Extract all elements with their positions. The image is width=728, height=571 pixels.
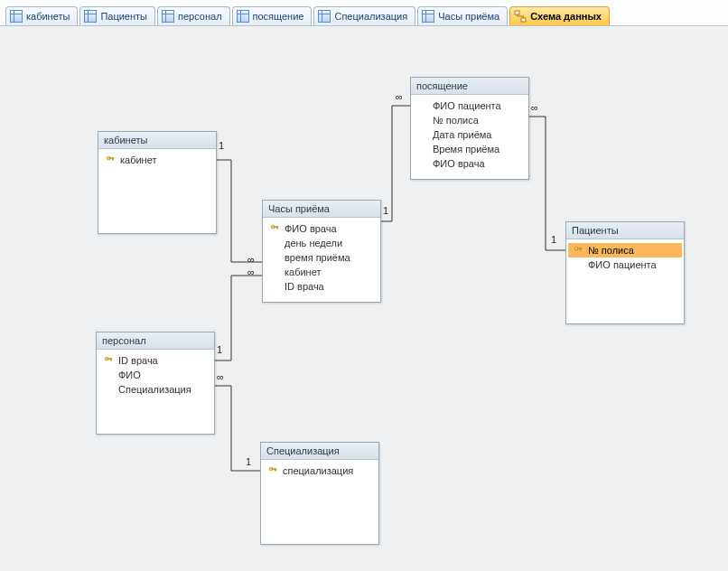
tab-label: посящение	[253, 11, 304, 22]
field-row[interactable]: ФИО	[98, 368, 212, 382]
rel-label-1: 1	[551, 234, 556, 245]
relationships-icon	[514, 10, 527, 23]
field-label: Специализация	[118, 383, 209, 396]
tab-posyashchenie[interactable]: посящение	[232, 6, 313, 25]
svg-rect-4	[113, 159, 114, 160]
tab-label: Специализация	[334, 11, 407, 22]
rel-label-inf: ∞	[531, 102, 538, 113]
tab-label: персонал	[178, 11, 222, 22]
entity-personal[interactable]: персонал ID врача ФИО Специализация	[96, 332, 215, 435]
rel-label-1: 1	[383, 205, 388, 216]
table-icon	[10, 10, 23, 23]
field-row[interactable]: Специализация	[98, 382, 212, 397]
entity-body: кабинет	[98, 149, 216, 171]
table-icon	[237, 10, 249, 23]
field-label: ФИО врача	[433, 157, 523, 170]
tab-label: Пациенты	[100, 11, 147, 22]
field-label: кабинет	[285, 266, 375, 278]
svg-rect-16	[275, 470, 276, 471]
svg-rect-0	[515, 11, 519, 14]
svg-rect-13	[111, 360, 112, 360]
field-row[interactable]: ID врача	[265, 279, 378, 294]
tab-chasy-priema[interactable]: Часы приёма	[417, 6, 508, 25]
entity-header[interactable]: Часы приёма	[263, 201, 380, 218]
tab-strip: кабинеты Пациенты персонал посящение Спе…	[0, 0, 728, 26]
field-label: ID врача	[118, 354, 209, 367]
table-icon	[422, 10, 434, 23]
field-row[interactable]: ФИО врача	[413, 156, 527, 171]
rel-label-inf: ∞	[217, 371, 224, 382]
field-label: день недели	[285, 237, 375, 249]
rel-label-1: 1	[246, 456, 251, 467]
tab-spetsializatsiya[interactable]: Специализация	[313, 6, 415, 25]
field-label: № полиса	[433, 114, 523, 126]
rel-label-inf: ∞	[396, 91, 403, 102]
entity-patsienty[interactable]: Пациенты № полиса ФИО пациента	[565, 221, 685, 324]
tab-label: Часы приёма	[438, 11, 499, 22]
field-row[interactable]: ID врача	[98, 353, 212, 368]
field-row[interactable]: № полиса	[413, 113, 527, 127]
rel-label-inf: ∞	[247, 267, 255, 277]
svg-rect-10	[581, 249, 582, 250]
entity-spetsializatsiya[interactable]: Специализация специализация	[260, 442, 379, 545]
relationships-canvas[interactable]: 1 ∞ 1 ∞ 1 ∞ 1 ∞ 1 ∞ кабинеты кабинет Час…	[0, 26, 728, 571]
entity-header[interactable]: посящение	[411, 78, 528, 95]
table-icon	[84, 10, 97, 23]
key-icon	[266, 465, 279, 476]
entity-body: ФИО пациента № полиса Дата приёма Время …	[411, 95, 528, 174]
field-label: Время приёма	[433, 143, 523, 155]
table-icon	[318, 10, 331, 23]
entity-chasy-priema[interactable]: Часы приёма ФИО врача день недели время …	[262, 200, 381, 303]
tab-kabinety[interactable]: кабинеты	[5, 6, 78, 25]
tab-personal[interactable]: персонал	[157, 6, 230, 25]
field-row[interactable]: ФИО пациента	[413, 98, 527, 113]
field-label: ФИО пациента	[433, 99, 523, 112]
field-label: Дата приёма	[433, 128, 523, 141]
tab-label: Схема данных	[530, 11, 602, 22]
field-label: ФИО	[118, 369, 209, 381]
table-icon	[162, 10, 174, 23]
svg-rect-7	[277, 228, 278, 229]
key-icon	[572, 245, 584, 256]
key-icon	[102, 355, 115, 366]
field-row[interactable]: ФИО врача	[265, 221, 378, 236]
field-label: № полиса	[588, 244, 678, 257]
svg-rect-1	[521, 18, 526, 22]
field-label: ФИО пациента	[588, 258, 678, 271]
rel-label-1: 1	[219, 140, 224, 151]
field-label: ФИО врача	[285, 222, 375, 235]
field-row[interactable]: кабинет	[265, 265, 378, 279]
entity-kabinety[interactable]: кабинеты кабинет	[98, 131, 217, 234]
entity-body: ID врача ФИО Специализация	[97, 350, 214, 400]
tab-label: кабинеты	[26, 11, 70, 22]
entity-body: № полиса ФИО пациента	[566, 239, 684, 276]
entity-header[interactable]: Пациенты	[566, 222, 684, 239]
field-row[interactable]: Время приёма	[413, 142, 527, 156]
field-label: кабинет	[120, 154, 210, 166]
field-row[interactable]: ФИО пациента	[568, 257, 682, 272]
entity-header[interactable]: персонал	[97, 332, 214, 350]
rel-label-inf: ∞	[247, 254, 255, 265]
tab-skhema-dannykh[interactable]: Схема данных	[509, 6, 610, 25]
entity-posyashchenie[interactable]: посящение ФИО пациента № полиса Дата при…	[410, 77, 529, 180]
field-row[interactable]: Дата приёма	[413, 127, 527, 142]
field-row[interactable]: специализация	[263, 463, 377, 478]
entity-header[interactable]: кабинеты	[98, 132, 216, 149]
entity-body: специализация	[261, 460, 378, 482]
key-icon	[268, 223, 281, 234]
entity-header[interactable]: Специализация	[261, 443, 378, 460]
key-icon	[104, 154, 117, 165]
tab-patsienty[interactable]: Пациенты	[79, 6, 155, 25]
field-label: специализация	[283, 464, 373, 477]
field-row[interactable]: № полиса	[568, 243, 682, 257]
rel-label-1: 1	[217, 344, 222, 355]
field-row[interactable]: день недели	[265, 236, 378, 250]
entity-body: ФИО врача день недели время приёма кабин…	[263, 218, 380, 297]
field-label: ID врача	[285, 280, 375, 293]
field-label: время приёма	[285, 251, 375, 264]
field-row[interactable]: время приёма	[265, 250, 378, 265]
field-row[interactable]: кабинет	[100, 153, 214, 167]
